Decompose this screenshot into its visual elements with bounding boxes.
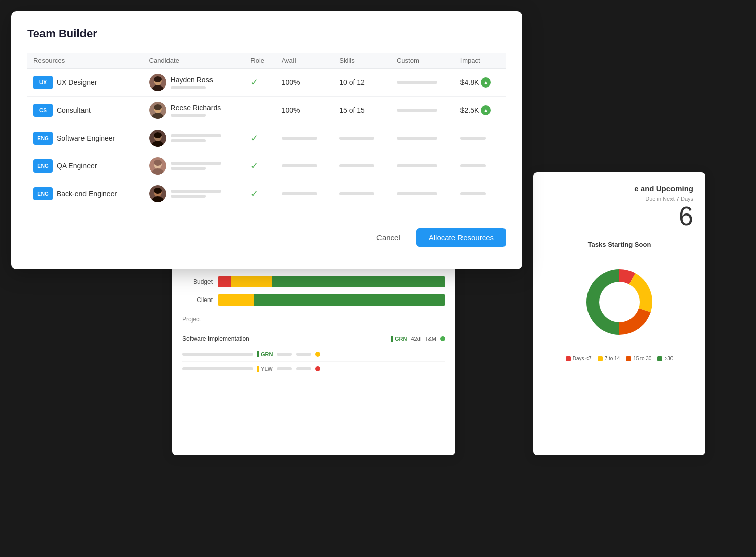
custom-cell	[391, 180, 454, 208]
placeholder-bar	[397, 81, 437, 84]
bar-label: Budget	[182, 278, 213, 285]
project-status-dot	[315, 352, 320, 357]
bar-row: Budget	[182, 276, 445, 287]
candidate-sub-bar	[171, 86, 206, 89]
candidate-cell: Hayden Ross	[143, 69, 245, 97]
bar-segment-yellow	[231, 276, 272, 287]
project-row: YLW	[182, 362, 445, 376]
resource-name: Consultant	[57, 106, 91, 114]
resource-cell: ENG Back-end Engineer	[27, 180, 143, 208]
project-status-dot	[315, 366, 320, 371]
placeholder-bar	[171, 139, 206, 142]
table-col-header: Custom	[391, 53, 454, 69]
project-type-placeholder	[296, 367, 311, 370]
custom-cell	[391, 69, 454, 97]
right-panel-title: e and Upcoming	[545, 184, 693, 193]
skills-cell	[333, 180, 391, 208]
project-section: Project Software ImplementationGRN42dT&M…	[182, 316, 445, 376]
candidate-info: Reese Richards	[171, 104, 221, 117]
custom-cell	[391, 124, 454, 152]
candidate-name: Reese Richards	[171, 104, 221, 112]
candidate-sub-bar	[171, 114, 206, 117]
cancel-button[interactable]: Cancel	[368, 229, 408, 246]
avatar	[149, 130, 166, 147]
skills-cell	[333, 124, 391, 152]
skills-cell: 15 of 15	[333, 97, 391, 124]
legend-label: 15 to 30	[633, 356, 651, 361]
legend-item: 15 to 30	[626, 356, 651, 361]
team-builder-modal: Team Builder ResourcesCandidateRoleAvail…	[11, 11, 522, 269]
placeholder-bar	[460, 164, 486, 167]
resource-badge: CS	[33, 104, 53, 117]
bar-segment-yellow	[218, 294, 254, 306]
svg-point-10	[154, 132, 162, 138]
impact-up-icon: ▲	[481, 77, 491, 88]
bar-segment-green	[254, 294, 445, 306]
impact-cell: $2.5K ▲	[454, 97, 506, 124]
check-icon: ✓	[250, 189, 258, 199]
legend-item: Days <7	[566, 356, 592, 361]
custom-cell	[391, 152, 454, 180]
placeholder-bar	[397, 192, 437, 195]
bar-track	[218, 276, 445, 287]
resource-badge: ENG	[33, 132, 53, 145]
project-status-dot	[440, 336, 445, 341]
resource-table: ResourcesCandidateRoleAvailSkillsCustomI…	[27, 53, 506, 207]
role-cell	[244, 97, 275, 124]
table-row: UX UX Designer Hayden Ross ✓100%10 of 12…	[27, 69, 506, 97]
avail-cell	[276, 180, 333, 208]
role-cell: ✓	[244, 152, 275, 180]
skills-cell	[333, 152, 391, 180]
bg-panel-right: e and Upcoming Due in Next 7 Days 6 Task…	[533, 172, 705, 455]
table-row: CS Consultant Reese Richards 100%15 of 1…	[27, 97, 506, 124]
placeholder-bar	[460, 192, 486, 195]
donut-chart	[545, 256, 693, 348]
resource-badge: UX	[33, 76, 53, 89]
resource-name: Back-end Engineer	[57, 190, 117, 198]
bar-segment-green	[272, 276, 445, 287]
table-row: ENG Back-end Engineer ✓	[27, 180, 506, 208]
allocate-resources-button[interactable]: Allocate Resources	[416, 228, 506, 247]
placeholder-bar	[339, 192, 374, 195]
modal-footer: Cancel Allocate Resources	[27, 220, 506, 247]
avatar	[149, 185, 166, 202]
role-cell: ✓	[244, 69, 275, 97]
avail-cell	[276, 124, 333, 152]
resource-cell: UX UX Designer	[27, 69, 143, 97]
svg-point-18	[154, 188, 162, 194]
placeholder-bar	[282, 192, 317, 195]
impact-cell	[454, 124, 506, 152]
candidate-cell	[143, 180, 245, 208]
table-col-header: Resources	[27, 53, 143, 69]
placeholder-bar	[282, 164, 317, 167]
placeholder-bar	[339, 164, 374, 167]
project-days: 42d	[411, 336, 420, 342]
table-col-header: Role	[244, 53, 275, 69]
placeholder-bar	[460, 137, 486, 140]
svg-point-2	[154, 76, 162, 82]
candidate-name: Hayden Ross	[171, 76, 213, 84]
due-label: Due in Next 7 Days	[545, 196, 693, 202]
candidate-info: Hayden Ross	[171, 76, 213, 89]
table-col-header: Candidate	[143, 53, 245, 69]
bar-row: Client	[182, 294, 445, 306]
project-row: Software ImplementationGRN42dT&M	[182, 331, 445, 347]
role-cell: ✓	[244, 180, 275, 208]
bg-panel-left: ScheduleBudgetClient Project Software Im…	[172, 243, 455, 455]
check-icon: ✓	[250, 133, 258, 143]
bar-track	[218, 294, 445, 306]
resource-badge: ENG	[33, 159, 53, 173]
resource-name: UX Designer	[57, 78, 97, 87]
avatar	[149, 102, 166, 119]
resource-cell: ENG Software Engineer	[27, 124, 143, 152]
project-row: GRN	[182, 347, 445, 362]
project-name: Software Implementation	[182, 335, 387, 342]
legend-color-dot	[598, 356, 603, 361]
project-tag: GRN	[257, 351, 273, 357]
legend-item: 7 to 14	[598, 356, 620, 361]
table-row: ENG QA Engineer ✓	[27, 152, 506, 180]
placeholder-bar	[171, 190, 221, 193]
candidate-cell: Reese Richards	[143, 97, 245, 124]
bar-segment-red	[218, 276, 231, 287]
check-icon: ✓	[250, 77, 258, 88]
